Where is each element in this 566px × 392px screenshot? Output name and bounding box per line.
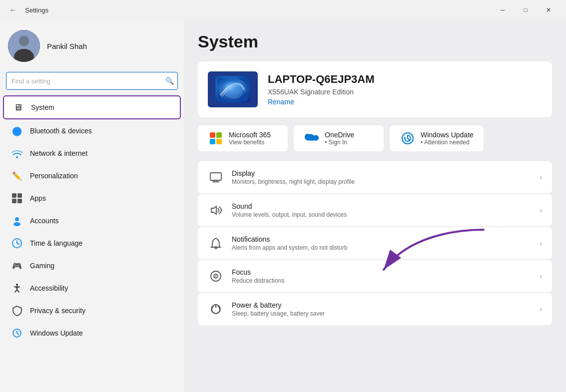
windows-update-icon (11, 327, 23, 339)
app-container: Pankil Shah 🔍 🖥 System ⬤ Bluetooth & dev… (0, 20, 566, 392)
accounts-icon (11, 215, 23, 227)
notifications-subtitle: Alerts from apps and system, do not dist… (232, 244, 532, 251)
power-subtitle: Sleep, battery usage, battery saver (232, 310, 532, 317)
sidebar-item-personalization[interactable]: ✏️ Personalization (3, 165, 181, 187)
svg-point-3 (19, 36, 29, 46)
sidebar-item-label: Gaming (30, 262, 54, 270)
accessibility-icon (11, 282, 23, 294)
notifications-chevron: › (540, 239, 542, 247)
window-controls: ─ □ ✕ (491, 0, 560, 20)
display-title: Display (232, 169, 532, 177)
settings-item-focus[interactable]: Focus Reduce distractions › (198, 260, 552, 292)
power-icon (208, 301, 224, 317)
device-card: LAPTOP-Q6EJP3AM X556UAK Signature Editio… (198, 61, 552, 117)
maximize-button[interactable]: □ (514, 0, 537, 20)
sidebar-item-label: Bluetooth & devices (30, 127, 92, 135)
sidebar-item-label: Privacy & security (30, 307, 85, 315)
windows-update-ql-title: Windows Update (421, 131, 474, 139)
sidebar-item-system[interactable]: 🖥 System (3, 95, 181, 119)
onedrive-icon (304, 130, 320, 146)
notifications-title: Notifications (232, 235, 532, 243)
sidebar-item-label: Accounts (30, 217, 59, 225)
sidebar-item-label: System (31, 103, 54, 111)
svg-line-13 (17, 243, 19, 244)
sidebar-item-label: Network & internet (30, 149, 87, 157)
ms365-link[interactable]: Microsoft 365 View benefits (198, 125, 288, 151)
focus-subtitle: Reduce distractions (232, 277, 532, 284)
system-icon: 🖥 (12, 101, 24, 113)
search-input[interactable] (6, 72, 178, 90)
svg-rect-6 (17, 193, 22, 198)
svg-rect-8 (17, 199, 22, 203)
close-button[interactable]: ✕ (537, 0, 560, 20)
privacy-icon (11, 305, 23, 317)
sidebar-item-apps[interactable]: Apps (3, 187, 181, 209)
page-title: System (198, 32, 552, 51)
svg-point-10 (13, 222, 20, 226)
sidebar-item-label: Time & language (30, 239, 82, 247)
svg-point-31 (215, 276, 217, 277)
sidebar-item-network[interactable]: Network & internet (3, 142, 181, 164)
sidebar: Pankil Shah 🔍 🖥 System ⬤ Bluetooth & dev… (0, 20, 184, 392)
sidebar-item-bluetooth[interactable]: ⬤ Bluetooth & devices (3, 120, 181, 142)
titlebar: ← Settings ─ □ ✕ (0, 0, 566, 20)
minimize-button[interactable]: ─ (491, 0, 514, 20)
user-profile[interactable]: Pankil Shah (0, 20, 184, 70)
sidebar-item-privacy[interactable]: Privacy & security (3, 300, 181, 322)
sound-subtitle: Volume levels, output, input, sound devi… (232, 211, 532, 218)
ms365-subtitle: View benefits (229, 139, 271, 146)
back-button[interactable]: ← (6, 3, 20, 17)
focus-title: Focus (232, 268, 532, 276)
svg-rect-23 (210, 173, 221, 180)
windows-update-ql-icon (400, 130, 416, 146)
settings-item-power[interactable]: Power & battery Sleep, battery usage, ba… (198, 293, 552, 325)
display-chevron: › (540, 173, 542, 181)
settings-item-sound[interactable]: Sound Volume levels, output, input, soun… (198, 194, 552, 226)
onedrive-subtitle: Sign In (325, 139, 354, 146)
sidebar-item-accessibility[interactable]: Accessibility (3, 277, 181, 299)
notifications-icon (208, 235, 224, 251)
win11-thumbnail (215, 76, 250, 103)
power-title: Power & battery (232, 301, 532, 309)
apps-icon (11, 192, 23, 204)
sound-chevron: › (540, 206, 542, 214)
bluetooth-icon: ⬤ (11, 125, 23, 137)
svg-rect-5 (12, 193, 16, 198)
avatar-image (8, 30, 40, 62)
sidebar-item-label: Apps (30, 194, 46, 202)
windows-update-link[interactable]: Windows Update Attention needed (390, 125, 484, 151)
network-icon (11, 147, 23, 159)
sidebar-item-time[interactable]: Time & language (3, 232, 181, 254)
windows-update-ql-subtitle: Attention needed (421, 139, 474, 146)
ms365-icon (208, 130, 224, 146)
sidebar-nav: 🖥 System ⬤ Bluetooth & devices Network &… (0, 95, 184, 345)
focus-chevron: › (540, 272, 542, 280)
avatar (8, 30, 40, 62)
onedrive-title: OneDrive (325, 131, 354, 139)
app-title: Settings (25, 6, 48, 14)
svg-line-19 (17, 290, 19, 292)
sidebar-item-accounts[interactable]: Accounts (3, 210, 181, 232)
settings-item-notifications[interactable]: Notifications Alerts from apps and syste… (198, 227, 552, 259)
device-name: LAPTOP-Q6EJP3AM (268, 73, 542, 86)
sidebar-item-gaming[interactable]: 🎮 Gaming (3, 255, 181, 277)
svg-marker-27 (211, 206, 216, 214)
svg-point-28 (215, 247, 217, 249)
sidebar-item-windows-update[interactable]: Windows Update (3, 322, 181, 344)
display-icon (208, 169, 224, 185)
quick-links: Microsoft 365 View benefits OneDrive Sig… (198, 125, 552, 151)
search-container: 🔍 (6, 72, 178, 90)
svg-point-14 (16, 284, 18, 286)
sidebar-item-label: Windows Update (30, 329, 83, 337)
sidebar-item-label: Personalization (30, 172, 78, 180)
ms365-title: Microsoft 365 (229, 131, 271, 139)
sound-icon (208, 202, 224, 218)
rename-link[interactable]: Rename (268, 98, 542, 106)
settings-item-display[interactable]: Display Monitors, brightness, night ligh… (198, 161, 552, 193)
onedrive-link[interactable]: OneDrive Sign In (294, 125, 384, 151)
gaming-icon: 🎮 (11, 260, 23, 272)
device-model: X556UAK Signature Edition (268, 88, 542, 96)
search-icon: 🔍 (165, 77, 174, 85)
focus-icon (208, 268, 224, 284)
sound-title: Sound (232, 202, 532, 210)
